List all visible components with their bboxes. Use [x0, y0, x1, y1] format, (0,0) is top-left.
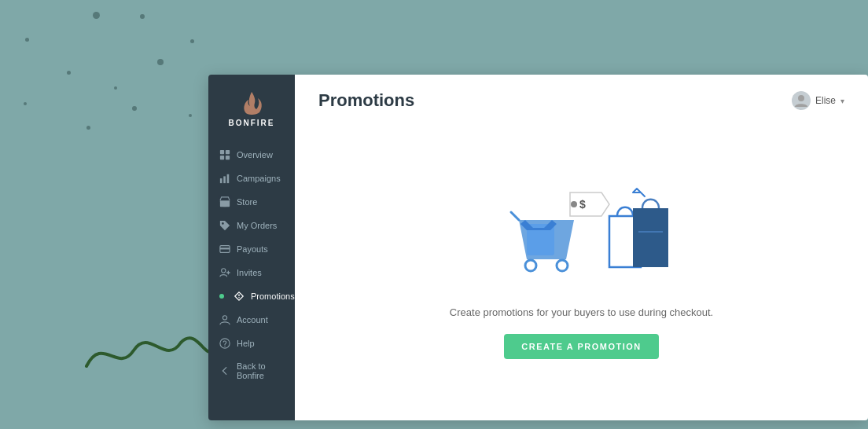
- sidebar-item-my-orders[interactable]: My Orders: [208, 214, 295, 237]
- svg-point-14: [238, 297, 239, 298]
- chevron-down-icon: ▾: [840, 97, 844, 105]
- svg-rect-3: [226, 156, 230, 160]
- account-icon: [219, 314, 230, 325]
- svg-point-12: [222, 269, 226, 273]
- sidebar-item-store[interactable]: Store: [208, 190, 295, 214]
- sidebar-item-my-orders-label: My Orders: [237, 221, 277, 230]
- sidebar-item-promotions-label: Promotions: [251, 292, 295, 301]
- dot-5: [157, 59, 164, 65]
- user-name: Elise: [815, 95, 836, 106]
- sidebar-item-overview-label: Overview: [237, 150, 273, 160]
- sidebar-item-store-label: Store: [237, 197, 257, 207]
- logo-area: BONFIRE: [229, 90, 275, 127]
- dot-6: [67, 71, 71, 75]
- sidebar-item-campaigns[interactable]: Campaigns: [208, 167, 295, 190]
- avatar: [792, 91, 811, 110]
- active-dot: [219, 294, 224, 299]
- store-icon: [219, 196, 230, 207]
- svg-rect-1: [226, 150, 230, 154]
- svg-point-20: [557, 260, 568, 271]
- dot-9: [132, 106, 137, 111]
- svg-rect-2: [220, 156, 224, 160]
- sidebar-item-invites[interactable]: Invites: [208, 261, 295, 284]
- svg-point-19: [525, 260, 536, 271]
- dot-4: [190, 39, 194, 43]
- create-promotion-button[interactable]: CREATE A PROMOTION: [504, 334, 658, 359]
- squiggle-green: [79, 319, 220, 382]
- promotions-icon: [234, 291, 245, 302]
- sidebar-item-payouts-label: Payouts: [237, 244, 268, 254]
- user-menu[interactable]: Elise ▾: [792, 91, 844, 110]
- sidebar-item-overview[interactable]: Overview: [208, 143, 295, 167]
- avatar-icon: [792, 91, 811, 110]
- svg-rect-8: [223, 203, 226, 207]
- svg-point-15: [223, 316, 226, 320]
- invites-icon: [219, 267, 230, 278]
- empty-state: $ Create promotions for: [295, 119, 868, 420]
- sidebar-item-campaigns-label: Campaigns: [237, 174, 281, 183]
- sidebar-item-account[interactable]: Account: [208, 308, 295, 332]
- sidebar-item-payouts[interactable]: Payouts: [208, 237, 295, 261]
- promotions-illustration: $: [487, 181, 676, 291]
- svg-rect-11: [220, 248, 230, 249]
- sidebar-item-help[interactable]: Help: [208, 332, 295, 355]
- dot-2: [140, 14, 145, 19]
- main-header: Promotions Elise ▾: [295, 75, 868, 119]
- svg-point-9: [222, 222, 224, 225]
- svg-rect-4: [220, 178, 223, 183]
- logo-text: BONFIRE: [229, 119, 275, 127]
- svg-point-22: [571, 201, 577, 207]
- svg-rect-5: [223, 176, 226, 183]
- grid-icon: [219, 149, 230, 160]
- sidebar-item-help-label: Help: [237, 339, 255, 348]
- sidebar-item-account-label: Account: [237, 315, 268, 324]
- sidebar-item-invites-label: Invites: [237, 268, 262, 277]
- app-container: BONFIRE Overview Campaigns: [208, 75, 868, 420]
- svg-point-16: [220, 339, 230, 348]
- bar-chart-icon: [219, 173, 230, 184]
- promo-description: Create promotions for your buyers to use…: [450, 306, 713, 318]
- svg-text:$: $: [579, 198, 586, 211]
- sidebar: BONFIRE Overview Campaigns: [208, 75, 295, 420]
- nav-items: Overview Campaigns Store My Order: [208, 143, 295, 387]
- help-icon: [219, 338, 230, 349]
- dot-1: [93, 12, 100, 19]
- svg-point-18: [798, 95, 804, 101]
- svg-rect-0: [220, 150, 224, 154]
- tag-icon: [219, 220, 230, 231]
- svg-point-17: [224, 346, 225, 346]
- svg-rect-6: [227, 174, 230, 183]
- page-title: Promotions: [318, 90, 414, 111]
- dot-11: [86, 126, 90, 130]
- back-icon: [219, 365, 230, 376]
- dot-8: [24, 102, 27, 105]
- payouts-icon: [219, 244, 230, 255]
- sidebar-item-back-label: Back to Bonfire: [237, 361, 284, 380]
- flame-icon: [239, 90, 264, 116]
- dot-10: [189, 114, 192, 117]
- sidebar-item-promotions[interactable]: Promotions: [208, 284, 295, 308]
- sidebar-item-back-to-bonfire[interactable]: Back to Bonfire: [208, 355, 295, 387]
- dot-3: [25, 38, 29, 42]
- main-content: Promotions Elise ▾: [295, 75, 868, 420]
- dot-7: [114, 86, 117, 90]
